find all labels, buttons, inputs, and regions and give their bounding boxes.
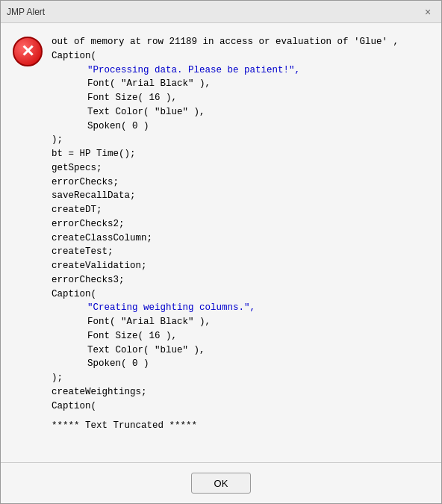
code-line-1: out of memory at row 21189 in access or …: [52, 35, 429, 63]
code-line-9: getSpecs;: [52, 161, 429, 175]
code-line-20: Font( "Arial Black" ),: [87, 315, 429, 329]
code-line-11: saveRecallData;: [52, 189, 429, 203]
code-line-8: bt = HP Time();: [52, 147, 429, 161]
button-bar: OK: [1, 462, 441, 503]
code-line-26: Caption(: [52, 399, 429, 414]
code-line-2: "Processing data. Please be patient!",: [87, 63, 429, 78]
code-line-25: createWeightings;: [52, 385, 429, 399]
ok-button[interactable]: OK: [191, 473, 251, 494]
title-bar-left: JMP Alert: [7, 7, 45, 17]
code-line-3: Font( "Arial Black" ),: [87, 77, 429, 91]
code-line-14: createClassColumn;: [52, 231, 429, 246]
message-row: ✕ out of memory at row 21189 in access o…: [13, 35, 429, 450]
code-line-16: createValidation;: [52, 259, 429, 273]
code-line-4: Font Size( 16 ),: [87, 91, 429, 105]
code-line-5: Text Color( "blue" ),: [87, 105, 429, 119]
code-line-12: createDT;: [52, 203, 429, 217]
code-line-17: errorChecks3;: [52, 273, 429, 287]
truncated-text: ***** Text Truncated *****: [52, 419, 429, 433]
code-line-10: errorChecks;: [52, 175, 429, 190]
code-line-13: errorChecks2;: [52, 217, 429, 231]
code-line-23: Spoken( 0 ): [87, 357, 429, 371]
window-title: JMP Alert: [7, 7, 45, 17]
alert-window: JMP Alert × ✕ out of memory at row 21189…: [0, 0, 442, 504]
code-line-24: );: [52, 371, 429, 385]
code-block: out of memory at row 21189 in access or …: [52, 35, 429, 433]
title-bar: JMP Alert ×: [1, 1, 441, 23]
content-area: ✕ out of memory at row 21189 in access o…: [1, 23, 441, 462]
code-line-19: "Creating weighting columns.",: [87, 301, 429, 315]
close-button[interactable]: ×: [420, 4, 435, 19]
code-line-22: Text Color( "blue" ),: [87, 343, 429, 358]
code-line-6: Spoken( 0 ): [87, 119, 429, 134]
error-circle-icon: ✕: [13, 37, 43, 66]
code-line-18: Caption(: [52, 287, 429, 302]
code-line-7: );: [52, 133, 429, 147]
code-line-15: createTest;: [52, 245, 429, 259]
error-icon-container: ✕: [13, 37, 43, 66]
code-line-21: Font Size( 16 ),: [87, 329, 429, 343]
